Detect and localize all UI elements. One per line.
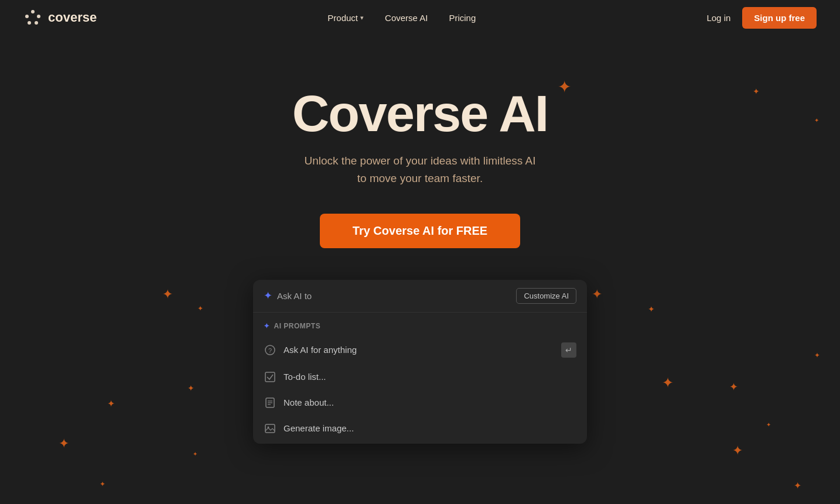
ai-ask-text: Ask AI to (277, 291, 312, 301)
ai-ask-section: ✦ Ask AI to (264, 289, 312, 302)
hero-sparkle-icon: ✦ (558, 77, 571, 97)
hero-title: Coverse AI (292, 88, 548, 139)
svg-point-2 (37, 15, 40, 18)
ai-prompt-todo[interactable]: To-do list... (253, 364, 587, 390)
note-icon (264, 396, 276, 409)
ai-prompt-note[interactable]: Note about... (253, 390, 587, 416)
sparkle-decoration: ✦ (732, 443, 743, 458)
ai-prompt-generate-image[interactable]: Generate image... (253, 416, 587, 441)
ai-widget: ✦ Ask AI to Customize AI ✦ AI PROMPTS ? … (253, 280, 587, 444)
nav-pricing[interactable]: Pricing (449, 13, 476, 23)
navbar: coverse Product ▾ Coverse AI Pricing Log… (0, 0, 840, 35)
ai-widget-header: ✦ Ask AI to Customize AI (253, 280, 587, 313)
question-icon: ? (264, 344, 276, 356)
checkbox-icon (264, 371, 276, 383)
nav-coverse-ai[interactable]: Coverse AI (385, 13, 428, 23)
sparkle-decoration: ✦ (193, 451, 197, 457)
logo-text: coverse (48, 10, 97, 25)
ai-prompt-ask-anything[interactable]: ? Ask AI for anything ↵ (253, 336, 587, 364)
ai-prompts-section: ✦ AI PROMPTS ? Ask AI for anything ↵ (253, 313, 587, 444)
logo[interactable]: coverse (23, 8, 97, 27)
svg-point-1 (25, 15, 29, 18)
hero-subtitle: Unlock the power of your ideas with limi… (305, 152, 536, 188)
sparkle-decoration: ✦ (100, 480, 105, 488)
svg-rect-12 (265, 424, 275, 433)
logo-icon (23, 8, 42, 27)
svg-text:?: ? (268, 347, 272, 354)
hero-cta-button[interactable]: Try Coverse AI for FREE (320, 214, 520, 248)
nav-links: Product ▾ Coverse AI Pricing (327, 13, 476, 23)
signup-button[interactable]: Sign up free (742, 7, 817, 29)
hero-title-wrapper: Coverse AI ✦ (292, 88, 548, 139)
svg-point-3 (28, 21, 31, 25)
nav-actions: Log in Sign up free (706, 7, 817, 29)
ai-prompts-sparkle-icon: ✦ (264, 322, 270, 330)
nav-product[interactable]: Product ▾ (327, 13, 364, 23)
image-icon (264, 422, 276, 435)
svg-point-4 (35, 21, 38, 25)
svg-rect-7 (265, 372, 275, 382)
prompt-enter-icon: ↵ (561, 342, 576, 358)
ai-sparkle-icon: ✦ (264, 289, 272, 302)
chevron-down-icon: ▾ (360, 14, 364, 22)
customize-ai-button[interactable]: Customize AI (516, 288, 576, 304)
ai-prompts-label: ✦ AI PROMPTS (253, 320, 587, 336)
svg-point-0 (31, 10, 35, 13)
hero-section: Coverse AI ✦ Unlock the power of your id… (0, 35, 840, 444)
sparkle-decoration: ✦ (794, 480, 801, 491)
login-link[interactable]: Log in (706, 13, 730, 23)
